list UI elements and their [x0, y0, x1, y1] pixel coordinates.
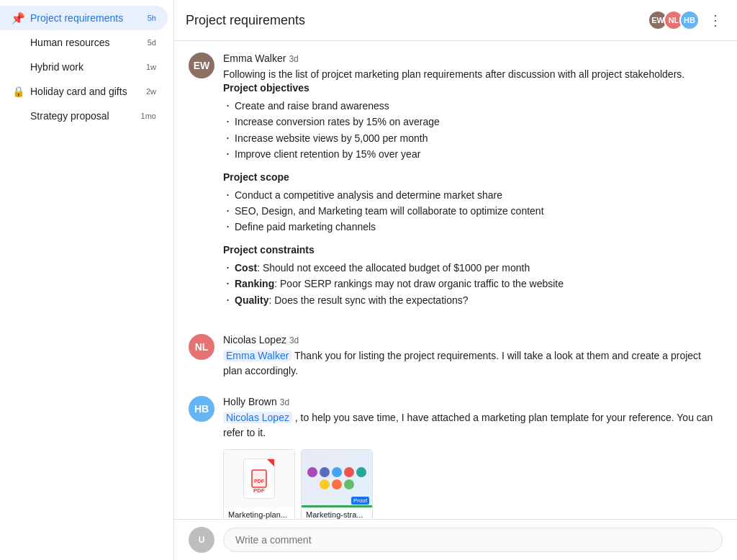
diagram-circle	[356, 467, 366, 477]
spacer-icon	[12, 60, 24, 73]
svg-text:PDF: PDF	[254, 479, 265, 484]
image-preview: Proof	[302, 450, 372, 507]
comment-text: Emma Walker Thank you for listing the pr…	[223, 348, 723, 379]
section-title: Project objectives	[223, 82, 723, 94]
diagram-circle	[320, 467, 330, 477]
bold-label: Quality	[235, 294, 268, 306]
header-actions: EWNLHB ⋮	[648, 9, 725, 32]
comment-avatar: NL	[189, 334, 214, 360]
comment-avatar: HB	[189, 396, 214, 422]
comment-avatar: EW	[189, 53, 214, 78]
attachment-name: Marketing-stra...	[306, 510, 368, 519]
spacer-icon	[12, 36, 24, 49]
comment-intro-text: Following is the list of projcet marketi…	[223, 67, 723, 82]
bullet-list: Conduct a competitive analysis and deter…	[223, 187, 723, 235]
page-title: Project requirements	[186, 13, 648, 28]
comment-time: 3d	[289, 54, 298, 64]
content-section: Project objectivesCreate and raise brand…	[223, 82, 723, 163]
list-item: Define paid marketing channels	[223, 219, 723, 235]
main-panel: Project requirements EWNLHB ⋮ EW Emma Wa…	[174, 0, 737, 560]
comment-header: Holly Brown 3d	[223, 396, 723, 407]
comment-input-area: U	[174, 519, 737, 560]
comment-input[interactable]	[223, 528, 723, 552]
diagram-circle	[344, 467, 354, 477]
diagram-circle	[332, 479, 342, 489]
list-item: Improve client retention by 15% over yea…	[223, 146, 723, 162]
sidebar: 📌 Project requirements 5h Human resource…	[0, 0, 174, 560]
mention-tag: Emma Walker	[223, 350, 291, 361]
current-user-avatar: U	[189, 527, 214, 553]
comment-text: Nicolas Lopez , to help you save time, I…	[223, 410, 723, 441]
sidebar-item-label: Project requirements	[30, 12, 139, 24]
pdf-icon: PDF	[243, 459, 275, 499]
comment-author: Holly Brown	[223, 396, 277, 407]
header: Project requirements EWNLHB ⋮	[174, 0, 737, 41]
content-section: Project constraintsCost: Should not exce…	[223, 244, 723, 308]
attachments: PDF Marketing-plan... Proof this file 2h	[223, 449, 723, 519]
strategy-diagram	[302, 461, 372, 495]
attachment-preview: Proof	[302, 450, 372, 507]
sidebar-item-strategy-proposal[interactable]: Strategy proposal 1mo	[0, 104, 168, 128]
sidebar-item-project-requirements[interactable]: 📌 Project requirements 5h	[0, 6, 168, 30]
avatars-group: EWNLHB	[648, 10, 700, 30]
sidebar-item-time: 5d	[148, 38, 156, 47]
diagram-circle	[320, 479, 330, 489]
comment-time: 3d	[280, 397, 289, 407]
more-options-button[interactable]: ⋮	[705, 9, 725, 32]
pdf-svg-icon: PDF	[250, 469, 268, 489]
pdf-corner	[267, 459, 274, 466]
attachment-card-image[interactable]: Proof Marketing-stra... Proof this file …	[301, 449, 373, 519]
green-bar	[302, 505, 372, 507]
sidebar-item-time: 5h	[148, 14, 156, 22]
comment-body: Emma Walker 3d Following is the list of …	[223, 53, 723, 317]
list-item: Quality: Does the result sync with the e…	[223, 292, 723, 308]
pin-icon: 📌	[12, 12, 24, 24]
mention-tag: Nicolas Lopez	[223, 412, 292, 423]
proof-logo: Proof	[351, 497, 369, 505]
comment-author: Emma Walker	[223, 53, 286, 64]
sidebar-item-label: Hybrid work	[30, 61, 137, 73]
attachment-card-pdf[interactable]: PDF Marketing-plan... Proof this file 2h	[223, 449, 295, 519]
spacer-icon	[12, 109, 24, 122]
list-item: Create and raise brand awareness	[223, 98, 723, 114]
lock-icon: 🔒	[12, 85, 24, 98]
attachment-footer: Marketing-plan... Proof this file 2h	[224, 507, 294, 519]
comment: HB Holly Brown 3d Nicolas Lopez , to hel…	[189, 396, 723, 519]
bold-label: Cost	[235, 262, 257, 274]
comment: EW Emma Walker 3d Following is the list …	[189, 53, 723, 317]
section-title: Project scope	[223, 171, 723, 183]
content-section: Project scopeConduct a competitive analy…	[223, 171, 723, 235]
list-item: Ranking: Poor SERP rankings may not draw…	[223, 276, 723, 292]
sidebar-item-label: Strategy proposal	[30, 110, 132, 122]
list-item: SEO, Design, and Marketing team will col…	[223, 203, 723, 219]
comment-time: 3d	[289, 335, 299, 346]
bullet-list: Cost: Should not exceed the allocated bu…	[223, 260, 723, 308]
comment-body: Holly Brown 3d Nicolas Lopez , to help y…	[223, 396, 723, 519]
list-item: Increase website views by 5,000 per mont…	[223, 130, 723, 146]
sidebar-item-time: 1w	[146, 63, 156, 71]
header-avatar: HB	[679, 10, 700, 30]
attachment-name: Marketing-plan...	[228, 510, 290, 519]
attachment-footer: Marketing-stra... Proof this file 2h	[302, 507, 372, 519]
comment-author: Nicolas Lopez	[223, 334, 286, 346]
diagram-circle	[344, 479, 354, 489]
sidebar-item-human-resources[interactable]: Human resources 5d	[0, 30, 168, 55]
comment: NL Nicolas Lopez 3d Emma Walker Thank yo…	[189, 334, 723, 379]
sidebar-item-time: 2w	[146, 87, 156, 96]
sidebar-item-holiday-card[interactable]: 🔒 Holiday card and gifts 2w	[0, 79, 168, 104]
comments-feed: EW Emma Walker 3d Following is the list …	[174, 41, 737, 519]
list-item: Conduct a competitive analysis and deter…	[223, 187, 723, 203]
sidebar-item-label: Human resources	[30, 37, 139, 48]
comment-body: Nicolas Lopez 3d Emma Walker Thank you f…	[223, 334, 723, 379]
sidebar-item-hybrid-work[interactable]: Hybrid work 1w	[0, 55, 168, 79]
sidebar-item-label: Holiday card and gifts	[30, 86, 137, 97]
comment-header: Nicolas Lopez 3d	[223, 334, 723, 346]
diagram-circle	[332, 467, 342, 477]
section-title: Project constraints	[223, 244, 723, 256]
bold-label: Ranking	[235, 278, 274, 289]
list-item: Cost: Should not exceed the allocated bu…	[223, 260, 723, 276]
sidebar-item-time: 1mo	[141, 112, 156, 120]
bullet-list: Create and raise brand awarenessIncrease…	[223, 98, 723, 163]
attachment-preview: PDF	[224, 450, 294, 507]
list-item: Increase conversion rates by 15% on aver…	[223, 114, 723, 130]
